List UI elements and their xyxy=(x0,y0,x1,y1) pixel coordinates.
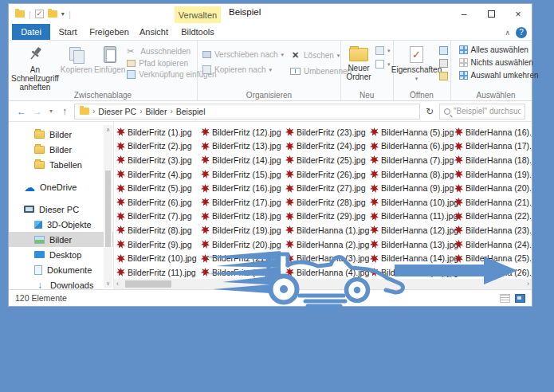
file-item[interactable]: BilderHanna (26).jpg xyxy=(454,265,532,279)
quick-access-customize-caret-icon[interactable]: ▾ xyxy=(61,10,65,18)
file-item[interactable]: BilderFritz (9).jpg xyxy=(116,237,201,252)
file-item[interactable]: BilderFritz (19).jpg xyxy=(201,223,285,237)
copy-to-button[interactable]: Kopieren nach ▾ xyxy=(202,65,284,74)
file-item[interactable]: BilderHanna (15).jpg xyxy=(370,265,454,279)
file-item[interactable]: BilderFritz (16).jpg xyxy=(201,181,285,195)
sidebar-item-dokumente[interactable]: Dokumente xyxy=(9,262,113,277)
back-icon[interactable]: ← xyxy=(15,106,28,117)
paste-button[interactable]: Einfügen xyxy=(94,44,125,92)
edit-button[interactable] xyxy=(439,59,448,68)
file-item[interactable]: BilderHanna (23).jpg xyxy=(454,223,532,237)
file-item[interactable]: BilderFritz (12).jpg xyxy=(201,125,285,139)
copy-button[interactable]: Kopieren xyxy=(61,44,92,92)
search-box[interactable] xyxy=(439,104,525,120)
file-item[interactable]: BilderFritz (26).jpg xyxy=(285,167,370,182)
refresh-icon[interactable]: ↻ xyxy=(423,106,436,117)
breadcrumb-item-beispiel[interactable]: Beispiel xyxy=(176,107,206,116)
pin-to-quick-access-button[interactable]: An Schnellzugriff anheften xyxy=(11,44,59,92)
maximize-button[interactable] xyxy=(477,4,505,24)
file-item[interactable]: BilderHanna (5).jpg xyxy=(370,125,454,139)
context-tab-verwalten[interactable]: Verwalten xyxy=(175,6,221,23)
up-icon[interactable]: ↑ xyxy=(58,106,71,117)
file-item[interactable]: BilderHanna (3).jpg xyxy=(285,251,370,265)
file-item[interactable]: BilderFritz (11).jpg xyxy=(116,265,201,279)
file-item[interactable]: BilderFritz (8).jpg xyxy=(116,223,201,237)
file-item[interactable]: BilderHanna (19).jpg xyxy=(454,167,532,182)
file-item[interactable]: BilderFritz (6).jpg xyxy=(116,195,201,210)
file-item[interactable]: BilderFritz (18).jpg xyxy=(201,210,285,224)
tab-freigeben[interactable]: Freigeben xyxy=(85,24,133,40)
file-item[interactable]: BilderHanna (25).jpg xyxy=(454,251,532,265)
file-item[interactable]: BilderFritz (28).jpg xyxy=(285,195,370,210)
file-item[interactable]: BilderHanna (22).jpg xyxy=(454,210,532,224)
file-item[interactable]: BilderFritz (5).jpg xyxy=(116,181,201,195)
file-item[interactable]: BilderFritz (14).jpg xyxy=(201,153,285,167)
file-item[interactable]: BilderHanna (21).jpg xyxy=(454,195,532,210)
thumbnails-view-icon[interactable] xyxy=(515,294,525,303)
file-item[interactable]: BilderHanna (1).jpg xyxy=(285,223,370,237)
breadcrumb-item-dieser-pc[interactable]: Dieser PC xyxy=(98,107,136,116)
file-item[interactable]: BilderHanna (11).jpg xyxy=(370,210,454,224)
file-item[interactable]: BilderFritz (29).jpg xyxy=(285,210,370,224)
history-caret-icon[interactable]: ▾ xyxy=(47,108,55,115)
file-item[interactable]: BilderFritz (27).jpg xyxy=(285,181,370,195)
forward-icon[interactable]: → xyxy=(31,106,44,117)
new-folder-button[interactable]: Neuer Ordner xyxy=(344,44,374,89)
scroll-up-icon[interactable]: ∧ xyxy=(106,125,110,134)
sidebar-item-bilder[interactable]: Bilder xyxy=(9,142,113,157)
file-item[interactable]: BilderFritz (21).jpg xyxy=(201,251,285,265)
open-button[interactable] xyxy=(439,46,448,55)
tab-ansicht[interactable]: Ansicht xyxy=(133,24,175,40)
sidebar-item-bilder[interactable]: Bilder xyxy=(9,127,113,142)
file-item[interactable]: BilderFritz (13).jpg xyxy=(201,139,285,154)
scroll-right-icon[interactable]: › xyxy=(527,279,529,289)
move-to-button[interactable]: Verschieben nach ▾ xyxy=(202,50,284,59)
select-all-button[interactable]: Alles auswählen xyxy=(459,45,539,54)
sidebar-item-3d-objekte[interactable]: 3D-Objekte xyxy=(9,217,113,232)
file-item[interactable]: BilderHanna (18).jpg xyxy=(454,153,532,167)
sidebar-item-onedrive[interactable]: ☁OneDrive xyxy=(9,179,113,194)
file-item[interactable]: BilderHanna (7).jpg xyxy=(370,153,454,167)
file-item[interactable]: BilderHanna (16).jpg xyxy=(454,125,532,139)
file-item[interactable]: BilderFritz (17).jpg xyxy=(201,195,285,210)
file-item[interactable]: BilderHanna (12).jpg xyxy=(370,223,454,237)
tab-start[interactable]: Start xyxy=(50,24,85,40)
file-item[interactable]: BilderHanna (6).jpg xyxy=(370,139,454,154)
file-item[interactable]: BilderHanna (8).jpg xyxy=(370,167,454,182)
quick-access-folder-icon[interactable] xyxy=(15,10,25,18)
easy-access-button[interactable]: ▾ xyxy=(375,60,391,69)
new-item-button[interactable]: ▾ xyxy=(375,46,391,55)
quick-access-new-folder-icon[interactable] xyxy=(48,10,57,18)
file-item[interactable]: BilderHanna (14).jpg xyxy=(370,251,454,265)
details-view-icon[interactable] xyxy=(500,294,510,303)
file-item[interactable]: BilderFritz (23).jpg xyxy=(285,125,370,139)
file-item[interactable]: BilderFritz (24).jpg xyxy=(285,139,370,154)
sidebar-scrollbar-thumb[interactable] xyxy=(105,171,111,247)
sidebar-item-downloads[interactable]: ↓Downloads xyxy=(9,277,113,289)
minimize-button[interactable]: – xyxy=(450,4,477,24)
file-item[interactable]: BilderHanna (9).jpg xyxy=(370,181,454,195)
properties-button[interactable]: ✓ Eigenschaften ▾ xyxy=(396,44,438,89)
file-item[interactable]: BilderFritz (10).jpg xyxy=(116,251,201,265)
select-none-button[interactable]: Nichts auswählen xyxy=(459,58,539,67)
sidebar-item-desktop[interactable]: Desktop xyxy=(9,247,113,262)
scroll-left-icon[interactable]: ‹ xyxy=(116,279,119,289)
invert-selection-button[interactable]: Auswahl umkehren xyxy=(459,71,539,80)
sidebar-scrollbar[interactable]: ∧ ∨ xyxy=(104,125,112,288)
breadcrumb-item-bilder[interactable]: Bilder xyxy=(146,107,167,116)
scroll-down-icon[interactable]: ∨ xyxy=(106,279,110,288)
file-item[interactable]: BilderFritz (1).jpg xyxy=(116,125,201,139)
search-input[interactable] xyxy=(454,107,521,116)
file-item[interactable]: BilderFritz (15).jpg xyxy=(201,167,285,182)
sidebar-item-tabellen[interactable]: Tabellen xyxy=(9,157,113,172)
file-item[interactable]: BilderFritz (2).jpg xyxy=(116,139,201,154)
file-item[interactable]: BilderHanna (4).jpg xyxy=(285,265,370,279)
tab-bildtools[interactable]: Bildtools xyxy=(175,24,221,40)
file-item[interactable]: BilderHanna (17).jpg xyxy=(454,139,532,154)
file-item[interactable]: BilderFritz (25).jpg xyxy=(285,153,370,167)
file-item[interactable]: BilderHanna (2).jpg xyxy=(285,237,370,252)
file-item[interactable]: BilderHanna (13).jpg xyxy=(370,237,454,252)
horizontal-scrollbar-thumb[interactable] xyxy=(125,280,171,288)
file-item[interactable]: BilderFritz (4).jpg xyxy=(116,167,201,182)
file-item[interactable]: BilderFritz (3).jpg xyxy=(116,153,201,167)
